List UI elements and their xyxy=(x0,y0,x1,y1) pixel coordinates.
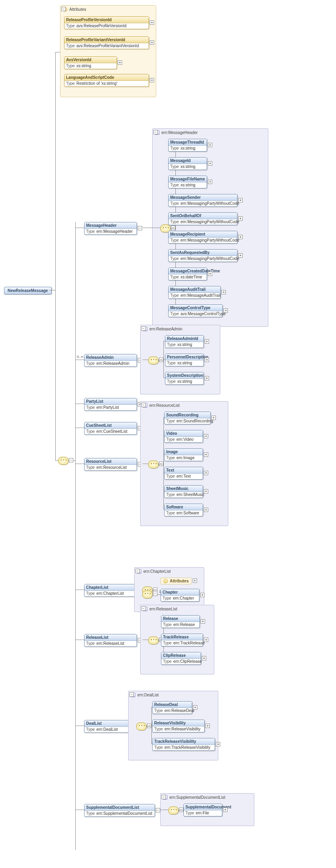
sequence-compositor-icon[interactable] xyxy=(148,356,159,364)
element-type: Typexs:string xyxy=(165,342,203,348)
sub-node[interactable]: ImageTypeern:Image xyxy=(164,448,203,461)
child-node-sd[interactable]: SupplementalDocumentListTypeern:Suppleme… xyxy=(84,804,155,817)
sub-node[interactable]: ReleaseTypeern:Release xyxy=(161,615,200,628)
attribute-node[interactable]: ReleaseProfileVersionIdTypeavs:ReleasePr… xyxy=(64,16,149,29)
collapse-icon[interactable] xyxy=(153,130,158,134)
expand-icon[interactable] xyxy=(238,198,243,202)
collapse-icon[interactable] xyxy=(61,7,66,11)
sub-node[interactable]: SoundRecordingTypeern:SoundRecording xyxy=(164,412,211,424)
expand-icon[interactable] xyxy=(205,376,209,380)
child-node-rl[interactable]: ResourceListTypeern:ResourceList xyxy=(84,458,137,471)
expand-icon[interactable] xyxy=(211,416,216,420)
element-type: Typexs:string xyxy=(165,360,203,366)
expand-icon[interactable] xyxy=(208,143,212,147)
expand-icon[interactable] xyxy=(205,724,210,728)
expand-icon[interactable] xyxy=(201,619,205,624)
expand-icon[interactable] xyxy=(204,638,208,642)
expand-icon[interactable] xyxy=(205,339,209,344)
expand-icon[interactable] xyxy=(205,358,209,362)
sub-node[interactable]: TrackReleaseVisibilityTypeern:TrackRelea… xyxy=(152,738,215,751)
sub-node[interactable]: MessageCreatedDateTimeTypexs:dateTime xyxy=(168,268,207,280)
sub-node[interactable]: MessageRecipientTypeern:MessagingPartyWi… xyxy=(168,231,237,244)
element-type: Typeern:MessagingPartyWithoutCode xyxy=(169,256,237,262)
sub-node[interactable]: ReleaseVisibilityTypeern:ReleaseVisibili… xyxy=(152,720,205,732)
expand-icon[interactable] xyxy=(204,489,208,494)
expand-icon[interactable] xyxy=(223,808,227,812)
sub-node[interactable]: SupplementalDocumentTypeern:File xyxy=(183,804,222,816)
sub-node[interactable]: SoftwareTypeern:Software xyxy=(164,504,203,516)
sub-node[interactable]: MessageThreadIdTypexs:string xyxy=(168,139,207,152)
expand-icon[interactable] xyxy=(193,705,197,710)
child-node-rel[interactable]: ReleaseListTypeern:ReleaseList xyxy=(84,634,137,647)
sub-node[interactable]: MessageIdTypexs:string xyxy=(168,157,207,170)
expand-icon[interactable] xyxy=(208,180,212,184)
element-name: SentOnBehalfOf xyxy=(169,213,237,219)
sequence-compositor-icon[interactable] xyxy=(136,722,147,730)
expand-icon[interactable] xyxy=(208,272,212,276)
expand-icon[interactable] xyxy=(216,742,220,746)
sub-node[interactable]: PersonnelDescriptionTypexs:string xyxy=(165,354,204,366)
sub-node[interactable]: MessageControlTypeTypeavs:MessageControl… xyxy=(168,304,223,317)
sequence-compositor-icon[interactable] xyxy=(58,457,68,465)
child-node-mh[interactable]: MessageHeaderTypeern:MessageHeader xyxy=(84,222,137,235)
collapse-icon[interactable] xyxy=(156,808,160,812)
attributes-header: Attributes xyxy=(63,7,86,12)
attribute-type: Typexs:string xyxy=(64,63,117,69)
expand-icon[interactable] xyxy=(150,40,154,45)
expand-icon[interactable] xyxy=(202,656,206,660)
sub-node[interactable]: ClipReleaseTypeern:ClipRelease xyxy=(161,652,201,665)
sub-node[interactable]: MessageFileNameTypexs:string xyxy=(168,176,207,188)
expand-icon[interactable] xyxy=(204,471,208,475)
sub-node[interactable]: SheetMusicTypeern:SheetMusic xyxy=(164,485,203,498)
sequence-compositor-icon[interactable] xyxy=(148,460,159,468)
expand-icon[interactable] xyxy=(150,20,154,25)
child-node-cs[interactable]: CueSheetListTypeern:CueSheetList xyxy=(84,422,137,435)
expand-icon[interactable] xyxy=(204,452,208,457)
sub-node[interactable]: ReleaseAdminIdTypexs:string xyxy=(165,335,204,348)
sub-node[interactable]: SentAsRequestedByTypeern:MessagingPartyW… xyxy=(168,249,237,262)
element-type: Typeern:Software xyxy=(165,510,203,516)
collapse-icon[interactable] xyxy=(135,569,140,573)
sequence-compositor-icon[interactable] xyxy=(142,590,153,598)
sub-node[interactable]: TextTypeern:Text xyxy=(164,467,203,480)
child-node-ra[interactable]: ReleaseAdminTypeern:ReleaseAdmin xyxy=(84,354,137,367)
expand-icon[interactable] xyxy=(204,434,208,438)
collapse-icon[interactable] xyxy=(161,795,166,799)
sub-node[interactable]: MessageSenderTypeern:MessagingPartyWitho… xyxy=(168,194,237,207)
attributes-chip[interactable]: Attributes xyxy=(161,578,191,584)
expand-icon[interactable] xyxy=(193,578,197,583)
expand-icon[interactable] xyxy=(238,216,243,221)
expand-icon[interactable] xyxy=(150,78,154,82)
collapse-icon[interactable] xyxy=(141,326,146,331)
sequence-compositor-icon[interactable] xyxy=(148,636,159,644)
expand-icon[interactable] xyxy=(208,161,212,166)
sequence-compositor-icon[interactable] xyxy=(168,806,179,814)
collapse-icon[interactable] xyxy=(153,592,157,596)
collapse-icon[interactable] xyxy=(141,606,146,611)
collapse-icon[interactable] xyxy=(138,226,142,230)
sub-node[interactable]: SystemDescriptionTypexs:string xyxy=(165,372,204,385)
sub-node[interactable]: ChapterTypeern:Chapter xyxy=(161,589,199,602)
collapse-icon[interactable] xyxy=(141,403,146,407)
attribute-node[interactable]: LanguageAndScriptCodeTypeRestriction of … xyxy=(64,74,149,87)
child-node-cl[interactable]: ChapterListTypeern:ChapterList xyxy=(84,584,137,597)
collapse-icon[interactable] xyxy=(129,692,134,697)
sub-node[interactable]: ReleaseDealTypeern:ReleaseDeal xyxy=(152,701,192,714)
expand-icon[interactable] xyxy=(238,235,243,239)
expand-icon[interactable] xyxy=(221,290,226,294)
attribute-node[interactable]: ReleaseProfileVariantVersionIdTypeavs:Re… xyxy=(64,36,149,49)
element-type: Typeern:ReleaseAdmin xyxy=(85,361,137,366)
expand-icon[interactable] xyxy=(204,508,208,512)
sub-node[interactable]: TrackReleaseTypeern:TrackRelease xyxy=(161,634,203,646)
root-node[interactable]: NewReleaseMessage xyxy=(4,287,52,294)
sub-node[interactable]: VideoTypeern:Video xyxy=(164,430,203,443)
expand-icon[interactable] xyxy=(118,60,122,65)
sub-node[interactable]: MessageAuditTrailTypeern:MessageAuditTra… xyxy=(168,286,221,299)
expand-icon[interactable] xyxy=(238,253,243,258)
expand-icon[interactable] xyxy=(223,308,228,313)
element-type: Typeern:Chapter xyxy=(161,596,199,601)
attribute-node[interactable]: AvsVersionIdTypexs:string xyxy=(64,56,117,69)
child-node-pl[interactable]: PartyListTypeern:PartyList xyxy=(84,398,137,411)
sub-node[interactable]: SentOnBehalfOfTypeern:MessagingPartyWith… xyxy=(168,212,237,225)
expand-icon[interactable] xyxy=(200,593,205,597)
